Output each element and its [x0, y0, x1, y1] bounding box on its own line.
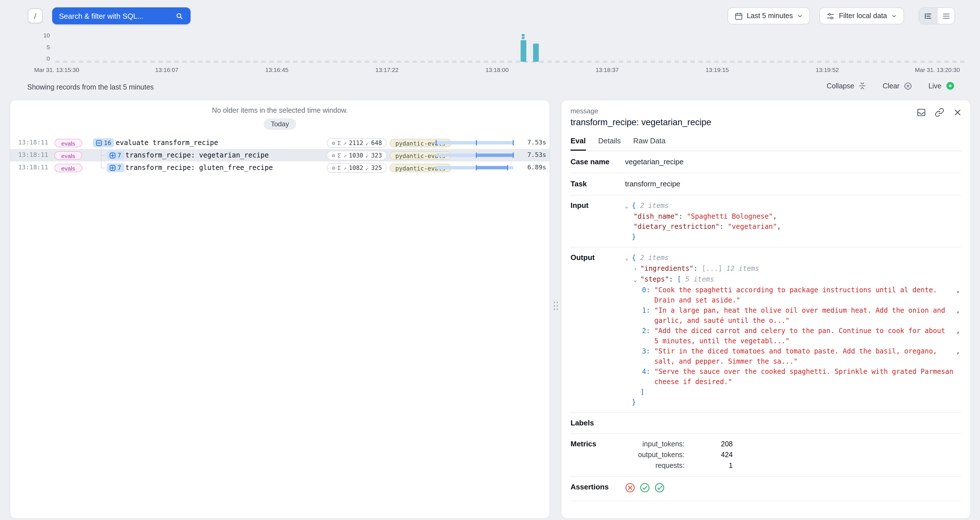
span-count: 16	[104, 139, 111, 146]
json-token-hint: 5 items	[681, 275, 714, 283]
json-token-brace: {	[632, 202, 636, 209]
trace-title[interactable]: transform_recipe: gluten_free_recipe	[125, 162, 273, 174]
json-token-caret[interactable]: ⌄	[633, 275, 640, 285]
duration-bar[interactable]	[436, 153, 513, 157]
x-axis-label: Mar 31. 13:15:30	[34, 66, 80, 73]
circle-slash-icon: ⊘	[332, 140, 335, 146]
trace-time: 13:18:11	[18, 162, 48, 174]
json-token-hint: 2 items	[636, 254, 669, 262]
eval-table: Case name vegetarian_recipe Task transfo…	[571, 151, 961, 501]
x-axis-label: 13:17:22	[375, 66, 399, 73]
input-tokens: 2112	[349, 140, 363, 146]
app-root: / Search & filter with SQL... Last 5 min…	[0, 0, 980, 520]
arrow-down-icon: ↙	[366, 165, 369, 171]
json-index: 2:	[642, 326, 654, 336]
env-badge[interactable]: evals	[54, 138, 82, 147]
link-icon[interactable]	[935, 108, 944, 117]
metric-line: input_tokens:208	[625, 439, 960, 450]
span-count-badge[interactable]: 7	[107, 151, 124, 160]
json-token-key: "dish_name"	[633, 212, 679, 220]
detail-title: transform_recipe: vegetarian_recipe	[571, 117, 961, 127]
json-token-hint: 2 items	[636, 202, 669, 209]
collapse-button[interactable]: Collapse	[827, 82, 867, 90]
trace-row[interactable]: 13:18:11evals16evaluate transform_recipe…	[10, 136, 550, 149]
output-json-viewer[interactable]: ⌄{ 2 items›"ingredients": [...] 12 items…	[625, 253, 961, 407]
json-token-punct: :	[694, 265, 702, 273]
span-count: 7	[118, 152, 121, 159]
arrow-down-icon: ↙	[366, 140, 369, 146]
y-axis-label: 10	[0, 32, 50, 38]
close-icon[interactable]	[953, 108, 963, 117]
output-tokens: 323	[371, 152, 382, 159]
json-token-caret[interactable]: ⌄	[625, 201, 632, 211]
json-comma: ,	[956, 346, 960, 356]
case-name-value: vegetarian_recipe	[625, 157, 961, 167]
status-actions: Collapse Clear Live	[827, 81, 955, 90]
live-label: Live	[928, 82, 942, 90]
collapse-label: Collapse	[827, 82, 854, 90]
output-tokens: 648	[371, 140, 382, 146]
json-token-str: "Spaghetti Bolognese"	[687, 212, 773, 220]
metric-value: 1	[684, 461, 733, 471]
timeline-chart[interactable]: 1050 Mar 31. 13:15:3013:16:0713:16:4513:…	[0, 0, 980, 79]
sigma-icon: Σ	[337, 165, 341, 171]
clear-button[interactable]: Clear	[883, 81, 913, 90]
tab-eval[interactable]: Eval	[571, 136, 586, 151]
duration-bar[interactable]	[436, 165, 513, 170]
histogram-bar[interactable]	[533, 44, 539, 62]
trace-list-panel: No older items in the selected time wind…	[10, 100, 550, 519]
duration-bar[interactable]	[436, 141, 513, 145]
span-count-badge[interactable]: 16	[93, 138, 114, 147]
token-usage-badge[interactable]: ⊘Σ↗1082↙325	[327, 163, 387, 173]
assertion-fail-icon[interactable]	[625, 483, 635, 496]
live-button[interactable]: Live	[928, 81, 955, 90]
input-json-viewer[interactable]: ⌄{ 2 items"dish_name": "Spaghetti Bologn…	[625, 201, 961, 242]
env-badge[interactable]: evals	[54, 163, 82, 172]
panel-resize-handle[interactable]	[552, 300, 558, 312]
x-axis-label: 13:16:07	[155, 66, 178, 73]
expand-square-icon	[110, 165, 116, 171]
x-axis-label: 13:19:52	[816, 66, 839, 73]
trace-row[interactable]: 13:18:11evals7transform_recipe: vegetari…	[10, 149, 550, 162]
json-token-caret[interactable]: ›	[633, 264, 640, 274]
json-token-brace: }	[632, 233, 636, 241]
duration-text: 7.53s	[527, 149, 546, 162]
token-usage-badge[interactable]: ⊘Σ↗1030↙323	[327, 151, 387, 160]
trace-title[interactable]: evaluate transform_recipe	[116, 136, 218, 149]
collapse-icon	[858, 82, 867, 90]
overflow-marker	[522, 34, 525, 36]
assertion-pass-icon[interactable]	[654, 483, 665, 496]
output-label: Output	[571, 253, 625, 263]
duration-text: 6.89s	[527, 162, 546, 174]
archive-icon[interactable]	[916, 108, 926, 117]
env-badge[interactable]: evals	[54, 151, 82, 159]
metric-value: 208	[684, 439, 733, 450]
sigma-icon: Σ	[337, 152, 341, 159]
output-row: Output ⌄{ 2 items›"ingredients": [...] 1…	[571, 247, 961, 413]
tab-details[interactable]: Details	[598, 136, 621, 151]
trace-title[interactable]: transform_recipe: vegetarian_recipe	[125, 149, 269, 162]
case-name-label: Case name	[571, 157, 625, 167]
token-usage-badge[interactable]: ⊘Σ↗2112↙648	[327, 138, 387, 147]
y-axis-label: 5	[0, 44, 50, 51]
trace-time: 13:18:11	[18, 136, 48, 149]
json-index: 1:	[642, 305, 654, 315]
json-token-caret[interactable]: ⌄	[625, 253, 632, 263]
metric-key: output_tokens:	[625, 450, 684, 461]
tab-raw-data[interactable]: Raw Data	[633, 136, 665, 151]
span-count-badge[interactable]: 7	[107, 163, 124, 172]
arrow-up-icon: ↗	[343, 165, 347, 171]
json-token-str: "vegetarian"	[728, 223, 777, 231]
arrow-down-icon: ↙	[366, 152, 369, 159]
task-value: transform_recipe	[625, 179, 961, 189]
json-token-key: "dietary_restriction"	[633, 223, 719, 231]
tree-connector	[101, 168, 105, 168]
histogram-bar[interactable]	[520, 40, 526, 62]
trace-row[interactable]: 13:18:11evals7transform_recipe: gluten_f…	[10, 162, 550, 174]
x-axis-label: Mar 31. 13:20:30	[915, 66, 960, 73]
trace-time: 13:18:11	[18, 149, 48, 162]
clear-circle-x-icon	[904, 81, 913, 90]
labels-label: Labels	[571, 418, 625, 428]
assertion-pass-icon[interactable]	[640, 483, 650, 496]
collapse-square-icon	[96, 140, 102, 146]
